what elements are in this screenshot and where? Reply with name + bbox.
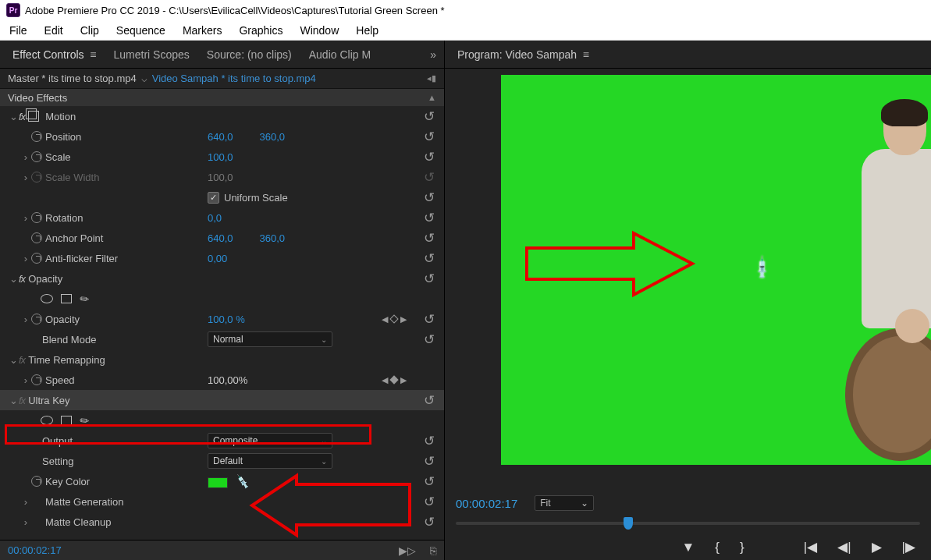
twirl-right-icon[interactable]: ›: [20, 374, 31, 386]
twirl-right-icon[interactable]: ›: [20, 151, 31, 163]
reset-icon[interactable]: ↺: [424, 190, 435, 206]
twirl-right-icon[interactable]: ›: [20, 496, 31, 508]
menu-graphics[interactable]: Graphics: [239, 24, 282, 37]
program-timecode[interactable]: 00:00:02:17: [456, 497, 517, 510]
step-back-icon[interactable]: ◀|: [837, 539, 851, 555]
fx-badge-icon[interactable]: fx: [19, 273, 25, 285]
fx-badge-icon[interactable]: fx: [19, 111, 25, 122]
reset-icon[interactable]: ↺: [424, 473, 435, 490]
reset-icon[interactable]: ↺: [424, 494, 435, 510]
rectangle-mask-icon[interactable]: [61, 416, 72, 425]
timeline-scrubber[interactable]: [456, 522, 920, 525]
menu-edit[interactable]: Edit: [44, 24, 63, 37]
tab-audio-clip[interactable]: Audio Clip M: [309, 48, 371, 61]
playhead-icon[interactable]: [624, 517, 633, 530]
stopwatch-icon[interactable]: [31, 314, 42, 324]
ellipse-mask-icon[interactable]: [41, 416, 53, 425]
fx-badge-icon[interactable]: fx: [19, 395, 25, 406]
anchor-x-value[interactable]: 640,0360,0: [208, 232, 285, 244]
menu-sequence[interactable]: Sequence: [116, 24, 165, 37]
prop-key-color[interactable]: Key Color 💉 ↺: [0, 471, 444, 491]
effect-ultra-key[interactable]: ⌄ fx Ultra Key ↺: [0, 390, 444, 410]
menu-window[interactable]: Window: [300, 24, 339, 37]
reset-icon[interactable]: ↺: [424, 149, 435, 165]
reset-icon[interactable]: ↺: [424, 250, 435, 267]
prop-scale[interactable]: › Scale 100,0 ↺: [0, 147, 444, 167]
pen-mask-icon[interactable]: ✎: [76, 413, 91, 428]
keyframe-nav[interactable]: ◀ ▶: [382, 375, 407, 385]
reset-icon[interactable]: ↺: [424, 129, 435, 145]
tab-lumetri-scopes[interactable]: Lumetri Scopes: [114, 48, 190, 61]
keyframe-nav[interactable]: ◀ ▶: [382, 314, 407, 324]
reset-icon[interactable]: ↺: [424, 108, 435, 125]
prop-antiflicker[interactable]: › Anti-flicker Filter 0,00 ↺: [0, 248, 444, 268]
prop-uniform-scale[interactable]: ✓ Uniform Scale ↺: [0, 187, 444, 207]
tab-source[interactable]: Source: (no clips): [207, 48, 292, 61]
reset-icon[interactable]: ↺: [424, 392, 435, 409]
tab-effect-controls[interactable]: Effect Controls ≡: [12, 48, 97, 61]
ellipse-mask-icon[interactable]: [41, 294, 53, 303]
blend-mode-select[interactable]: Normal⌄: [208, 331, 332, 347]
eyedropper-icon[interactable]: 💉: [233, 473, 251, 489]
twirl-down-icon[interactable]: ⌄: [8, 354, 19, 366]
mark-out-icon[interactable]: }: [740, 540, 744, 555]
play-icon[interactable]: ▶: [872, 539, 882, 555]
menu-file[interactable]: File: [9, 24, 27, 37]
key-color-swatch[interactable]: [208, 477, 228, 488]
twirl-down-icon[interactable]: ⌄: [8, 111, 19, 122]
twirl-right-icon[interactable]: ›: [20, 253, 31, 264]
rotation-value[interactable]: 0,0: [208, 212, 222, 224]
panel-overflow-icon[interactable]: »: [430, 48, 436, 61]
twirl-right-icon[interactable]: ›: [20, 212, 31, 224]
tab-program[interactable]: Program: Video Sampah ≡: [457, 48, 589, 61]
menu-markers[interactable]: Markers: [183, 24, 222, 37]
speed-value[interactable]: 100,00%: [208, 374, 247, 386]
zoom-select[interactable]: Fit⌄: [535, 495, 594, 511]
mark-in-icon[interactable]: {: [715, 540, 720, 555]
footer-icon-2[interactable]: ⎘: [430, 544, 436, 557]
master-clip-label[interactable]: Master * its time to stop.mp4: [8, 73, 137, 84]
stopwatch-icon[interactable]: [31, 253, 42, 264]
prop-blend-mode[interactable]: Blend Mode Normal⌄ ↺: [0, 329, 444, 349]
stopwatch-icon[interactable]: [31, 232, 42, 243]
pen-mask-icon[interactable]: ✎: [76, 291, 91, 307]
prop-setting[interactable]: Setting Default⌄ ↺: [0, 451, 444, 471]
twirl-down-icon[interactable]: ⌄: [8, 273, 19, 285]
reset-icon[interactable]: ↺: [424, 271, 435, 287]
reset-icon[interactable]: ↺: [424, 433, 435, 449]
video-viewport[interactable]: 💉: [501, 75, 931, 465]
stopwatch-icon[interactable]: [31, 374, 42, 385]
rectangle-mask-icon[interactable]: [61, 294, 72, 303]
position-x-value[interactable]: 640,0360,0: [208, 131, 285, 143]
effect-time-remapping[interactable]: ⌄ fx Time Remapping: [0, 349, 444, 370]
setting-select[interactable]: Default⌄: [208, 453, 332, 469]
reset-icon[interactable]: ↺: [424, 514, 435, 530]
motion-transform-icon[interactable]: [28, 111, 39, 122]
twirl-right-icon[interactable]: ›: [20, 314, 31, 325]
output-select[interactable]: Composite⌄: [208, 433, 332, 448]
reset-icon[interactable]: ↺: [424, 230, 435, 246]
stopwatch-icon[interactable]: [31, 151, 42, 162]
reset-icon[interactable]: ↺: [424, 210, 435, 226]
go-to-in-icon[interactable]: |◀: [804, 539, 817, 555]
timecode[interactable]: 00:00:02:17: [8, 544, 62, 556]
stopwatch-icon[interactable]: [31, 212, 42, 223]
prop-anchor-point[interactable]: Anchor Point 640,0360,0 ↺: [0, 228, 444, 248]
prop-matte-generation[interactable]: › Matte Generation ↺: [0, 491, 444, 512]
effect-opacity[interactable]: ⌄ fx Opacity ↺: [0, 268, 444, 289]
prop-speed[interactable]: › Speed 100,00% ◀ ▶: [0, 370, 444, 390]
reset-icon[interactable]: ↺: [424, 453, 435, 470]
stopwatch-icon[interactable]: [31, 476, 42, 487]
scale-value[interactable]: 100,0: [208, 151, 233, 163]
antiflicker-value[interactable]: 0,00: [208, 253, 227, 264]
add-marker-icon[interactable]: ▼: [682, 540, 695, 555]
footer-icon-1[interactable]: ▶▷: [399, 544, 416, 557]
prop-opacity[interactable]: › Opacity 100,0 % ◀ ▶ ↺: [0, 309, 444, 329]
sequence-clip-link[interactable]: Video Sampah * its time to stop.mp4: [152, 73, 316, 84]
menu-help[interactable]: Help: [356, 24, 378, 37]
twirl-down-icon[interactable]: ⌄: [8, 395, 19, 406]
twirl-right-icon[interactable]: ›: [20, 516, 31, 528]
step-forward-icon[interactable]: |▶: [902, 539, 915, 555]
prop-rotation[interactable]: › Rotation 0,0 ↺: [0, 207, 444, 228]
reset-icon[interactable]: ↺: [424, 331, 435, 348]
